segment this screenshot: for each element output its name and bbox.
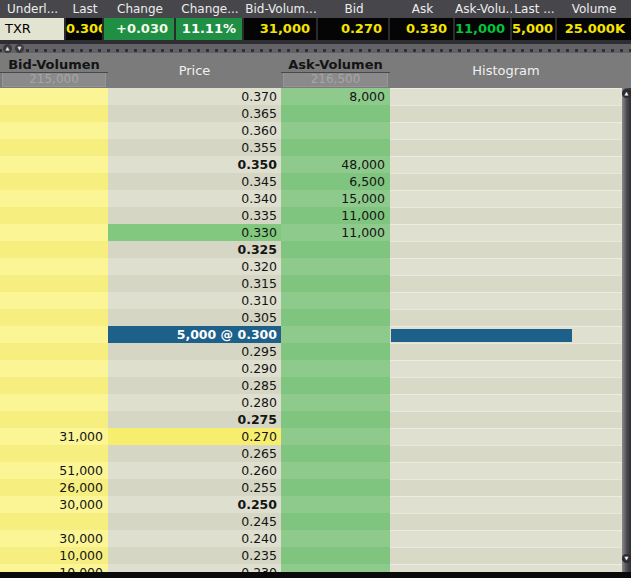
bid-volume-cell[interactable] (0, 377, 108, 394)
scroll-down-button[interactable]: ▼ (622, 554, 631, 563)
column-header-change[interactable]: Change (104, 0, 176, 18)
bid-volume-column-header[interactable]: Bid-Volumen (0, 55, 108, 73)
bid-volume-cell[interactable] (0, 309, 108, 326)
price-cell[interactable]: 0.235 (108, 547, 281, 564)
price-cell[interactable]: 0.285 (108, 377, 281, 394)
splitter-collapse-down-button[interactable]: ▼ (15, 44, 24, 53)
price-cell[interactable]: 0.360 (108, 122, 281, 139)
bid-volume-cell[interactable] (0, 190, 108, 207)
bid-volume-cell[interactable] (0, 292, 108, 309)
ask-volume-cell[interactable]: 11,000 (281, 224, 390, 241)
column-header-ask[interactable]: Ask (390, 0, 455, 18)
price-cell[interactable]: 0.330 (108, 224, 281, 241)
bid-volume-cell[interactable] (0, 258, 108, 275)
price-cell[interactable]: 0.240 (108, 530, 281, 547)
ask-volume-cell[interactable] (281, 394, 390, 411)
ask-volume-cell[interactable] (281, 258, 390, 275)
bid-volume-cell[interactable] (0, 122, 108, 139)
bid-volume-cell[interactable] (0, 88, 108, 105)
bid-volume-cell[interactable] (0, 343, 108, 360)
ask-volume-cell[interactable] (281, 360, 390, 377)
price-cell[interactable]: 5,000 @ 0.300 (108, 326, 281, 343)
bid-volume-cell[interactable] (0, 326, 108, 343)
ask-volume-cell[interactable]: 8,000 (281, 88, 390, 105)
ask-volume-cell[interactable] (281, 496, 390, 513)
price-cell[interactable]: 0.280 (108, 394, 281, 411)
ask-volume-cell[interactable] (281, 513, 390, 530)
bid-volume-cell[interactable] (0, 139, 108, 156)
price-cell[interactable]: 0.315 (108, 275, 281, 292)
ask-volume-cell[interactable]: 6,500 (281, 173, 390, 190)
ask-volume-cell[interactable] (281, 292, 390, 309)
bid-volume-cell[interactable] (0, 445, 108, 462)
bid-volume-cell[interactable]: 51,000 (0, 462, 108, 479)
ask-volume-cell[interactable] (281, 462, 390, 479)
price-cell[interactable]: 0.250 (108, 496, 281, 513)
bid-volume-cell[interactable]: 10,000 (0, 547, 108, 564)
bid-volume-cell[interactable] (0, 241, 108, 258)
price-cell[interactable]: 0.355 (108, 139, 281, 156)
ask-volume-cell[interactable] (281, 479, 390, 496)
bid-volume-cell[interactable]: 10,000 (0, 564, 108, 572)
column-header-ask-volume[interactable]: Ask-Volu... (455, 0, 512, 18)
ask-volume-column-header[interactable]: Ask-Volumen (281, 55, 390, 73)
price-cell[interactable]: 0.350 (108, 156, 281, 173)
price-cell[interactable]: 0.325 (108, 241, 281, 258)
column-header-bid[interactable]: Bid (318, 0, 390, 18)
ask-volume-cell[interactable] (281, 445, 390, 462)
bid-volume-cell[interactable]: 30,000 (0, 530, 108, 547)
price-cell[interactable]: 0.310 (108, 292, 281, 309)
ask-volume-cell[interactable] (281, 309, 390, 326)
price-cell[interactable]: 0.340 (108, 190, 281, 207)
ask-volume-cell[interactable]: 11,000 (281, 207, 390, 224)
price-cell[interactable]: 0.260 (108, 462, 281, 479)
ask-volume-cell[interactable] (281, 139, 390, 156)
bid-volume-cell[interactable]: 26,000 (0, 479, 108, 496)
bid-volume-cell[interactable] (0, 394, 108, 411)
ask-volume-cell[interactable]: 15,000 (281, 190, 390, 207)
ask-volume-cell[interactable] (281, 105, 390, 122)
bid-volume-cell[interactable] (0, 156, 108, 173)
price-cell[interactable]: 0.295 (108, 343, 281, 360)
ask-volume-cell[interactable]: 48,000 (281, 156, 390, 173)
price-cell[interactable]: 0.270 (108, 428, 281, 445)
bid-volume-cell[interactable] (0, 207, 108, 224)
bid-volume-cell[interactable] (0, 411, 108, 428)
price-cell[interactable]: 0.255 (108, 479, 281, 496)
column-header-last[interactable]: Last (66, 0, 104, 18)
ask-volume-cell[interactable] (281, 411, 390, 428)
vertical-scrollbar[interactable]: ▲ ▼ (622, 88, 631, 572)
price-cell[interactable]: 0.320 (108, 258, 281, 275)
bid-volume-cell[interactable] (0, 105, 108, 122)
ask-volume-cell[interactable] (281, 530, 390, 547)
bid-volume-cell[interactable]: 30,000 (0, 496, 108, 513)
column-header-last-size[interactable]: Last ... (512, 0, 557, 18)
panel-splitter-handle[interactable]: ▲ ▼ (0, 44, 631, 53)
bid-volume-cell[interactable] (0, 360, 108, 377)
bid-volume-cell[interactable] (0, 224, 108, 241)
price-cell[interactable]: 0.335 (108, 207, 281, 224)
price-cell[interactable]: 0.345 (108, 173, 281, 190)
price-cell[interactable]: 0.230 (108, 564, 281, 572)
quote-row[interactable]: TXR 0.300 +0.030 11.11% 31,000 0.270 0.3… (0, 18, 631, 40)
ask-volume-cell[interactable] (281, 241, 390, 258)
ask-volume-cell[interactable] (281, 547, 390, 564)
price-cell[interactable]: 0.245 (108, 513, 281, 530)
bid-volume-cell[interactable]: 31,000 (0, 428, 108, 445)
ask-volume-cell[interactable] (281, 326, 390, 343)
ask-volume-cell[interactable] (281, 564, 390, 572)
price-cell[interactable]: 0.365 (108, 105, 281, 122)
column-header-underlying[interactable]: Underl... (0, 0, 66, 18)
column-header-change-pct[interactable]: Change... (176, 0, 244, 18)
scroll-up-button[interactable]: ▲ (622, 89, 631, 98)
bid-volume-cell[interactable] (0, 275, 108, 292)
price-cell[interactable]: 0.305 (108, 309, 281, 326)
ask-volume-cell[interactable] (281, 122, 390, 139)
column-header-volume[interactable]: Volume (557, 0, 631, 18)
ask-volume-cell[interactable] (281, 343, 390, 360)
price-cell[interactable]: 0.370 (108, 88, 281, 105)
ask-volume-cell[interactable] (281, 377, 390, 394)
bid-volume-cell[interactable] (0, 513, 108, 530)
splitter-collapse-up-button[interactable]: ▲ (3, 44, 12, 53)
price-cell[interactable]: 0.275 (108, 411, 281, 428)
